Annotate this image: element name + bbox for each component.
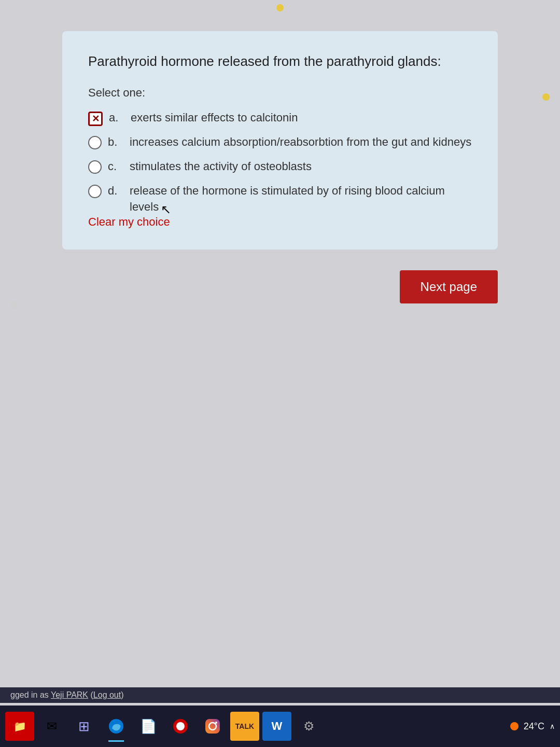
- option-row-b[interactable]: b. increases calcium absorption/reabsorb…: [88, 134, 472, 150]
- option-label-b: b.: [108, 134, 123, 150]
- option-text-b: increases calcium absorption/reabsorbtio…: [130, 134, 471, 150]
- taskbar-instagram-icon[interactable]: [198, 712, 227, 741]
- radio-empty-c[interactable]: [88, 160, 102, 174]
- taskbar-file-icon[interactable]: 📁: [5, 712, 34, 741]
- radio-c[interactable]: [88, 160, 102, 174]
- taskbar-talk-icon[interactable]: TALK: [230, 712, 259, 741]
- clear-my-choice-link[interactable]: Clear my choice: [88, 215, 170, 228]
- temperature-label: 24°C: [524, 721, 544, 732]
- weather-dot: [510, 722, 519, 730]
- taskbar-edge-icon[interactable]: [102, 712, 131, 741]
- svg-point-5: [215, 722, 217, 724]
- main-content: Parathyroid hormone released from the pa…: [0, 0, 560, 706]
- svg-rect-3: [205, 719, 220, 734]
- question-text: Parathyroid hormone released from the pa…: [88, 52, 472, 71]
- radio-checked-a[interactable]: ✕: [88, 112, 103, 126]
- radio-a[interactable]: ✕: [88, 112, 103, 126]
- option-text-c: stimulates the activity of osteoblasts: [130, 159, 312, 175]
- camera-dot-top: [276, 4, 284, 11]
- radio-b[interactable]: [88, 136, 102, 149]
- next-page-button[interactable]: Next page: [400, 270, 498, 303]
- camera-dot-right: [542, 93, 550, 101]
- taskbar-word-icon[interactable]: W: [262, 712, 291, 741]
- taskbar-document-icon[interactable]: 📄: [134, 712, 163, 741]
- status-bar: gged in as Yeji PARK (Log out): [0, 687, 560, 703]
- option-label-a: a.: [109, 110, 124, 126]
- taskbar-settings-icon[interactable]: ⚙: [295, 712, 324, 741]
- svg-point-2: [176, 722, 185, 730]
- status-text: gged in as Yeji PARK (Log out): [10, 690, 124, 700]
- user-link[interactable]: Yeji PARK: [51, 690, 88, 699]
- option-text-a: exerts similar effects to calcitonin: [131, 110, 298, 126]
- taskbar-moodle-icon[interactable]: [166, 712, 195, 741]
- taskbar-mail-icon[interactable]: ✉: [37, 712, 66, 741]
- next-page-area: Next page: [62, 270, 498, 303]
- option-label-c: c.: [108, 159, 123, 175]
- radio-empty-b[interactable]: [88, 136, 102, 149]
- option-text-d: release of the hormone is stimulated by …: [130, 183, 472, 215]
- option-row-c[interactable]: c. stimulates the activity of osteoblast…: [88, 159, 472, 175]
- radio-d[interactable]: [88, 185, 102, 198]
- taskbar-right: 24°C ∧: [510, 721, 555, 732]
- chevron-up-icon: ∧: [550, 722, 555, 730]
- logout-link[interactable]: Log out: [93, 690, 121, 699]
- options-list: ✕ a. exerts similar effects to calcitoni…: [88, 110, 472, 215]
- taskbar-grid-icon[interactable]: ⊞: [69, 712, 99, 741]
- option-label-d: d.: [108, 183, 123, 199]
- option-row-d[interactable]: d. release of the hormone is stimulated …: [88, 183, 472, 215]
- quiz-card: Parathyroid hormone released from the pa…: [62, 31, 498, 250]
- select-one-label: Select one:: [88, 86, 472, 100]
- radio-empty-d[interactable]: [88, 185, 102, 198]
- camera-dot-left: [10, 301, 18, 308]
- option-row-a[interactable]: ✕ a. exerts similar effects to calcitoni…: [88, 110, 472, 126]
- taskbar: 📁 ✉ ⊞ 📄 TALK W ⚙ 24°C ∧: [0, 706, 560, 747]
